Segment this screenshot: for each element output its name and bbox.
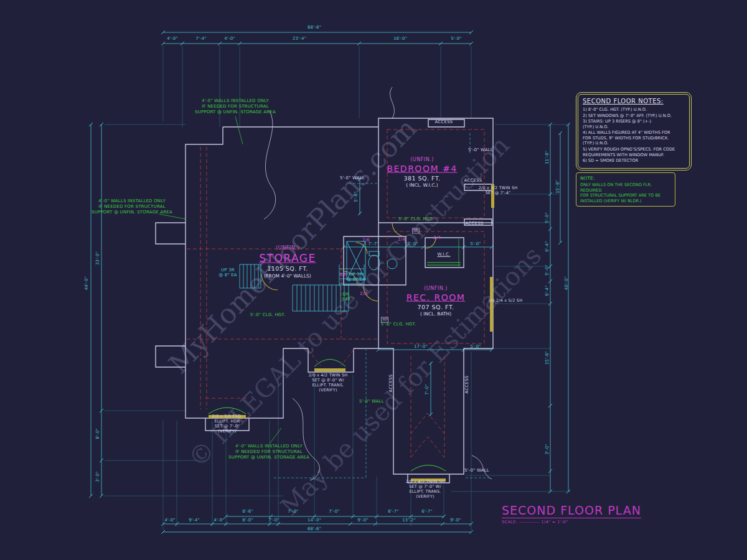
dimension-label: 44'-0" xyxy=(84,276,89,290)
smoke-detector-label: SD xyxy=(412,228,420,233)
title-block: SECOND FLOOR PLAN SCALE: ------------ 1/… xyxy=(502,503,641,525)
structural-wall-note: 4'-0" WALLS INSTALLED ONLY IF NEEDED FOR… xyxy=(195,98,276,115)
dimension-label: 6'-4" xyxy=(545,241,550,252)
dimension-label: 17'-0" xyxy=(414,344,428,349)
door-size-label: 2/6 xyxy=(362,238,370,243)
dimension-label: 6'-4" xyxy=(545,285,550,296)
second-floor-notes-box: SECOND FLOOR NOTES: 1) 8'-0" CLG. HGT. (… xyxy=(576,92,692,170)
ceiling-height-label: 5'-0" CLG. HGT. xyxy=(398,217,434,222)
dimension-label: 15'-8" xyxy=(555,180,560,194)
dimension-label: 5'-8" xyxy=(354,191,359,202)
stair-up-label: UP 3R @ 8" EA xyxy=(347,272,365,282)
access-label: ACCESS xyxy=(388,375,393,393)
dimension-label: 7'-0" xyxy=(268,518,280,523)
dimension-label: 14'-0" xyxy=(308,518,321,523)
window-spec-note: 2/0 x 5/2 TWIN SH SET @ 7'-4" xyxy=(479,185,518,195)
dimension-label: 8'-0" xyxy=(95,428,100,439)
access-label: ACCESS xyxy=(435,119,453,124)
room-name: REC. ROOM xyxy=(406,292,466,303)
room-label-storage: (UNFIN.) STORAGE 1105 SQ. FT. (FROM 4'-0… xyxy=(259,245,316,279)
door-size-label: 2/0 xyxy=(360,291,367,296)
dimension-label: 68'-6" xyxy=(308,25,321,30)
window-spec-note: 2/0 x 3/0 FXD. ELLIPT. HDR SET @ 7'-0" (… xyxy=(212,414,242,434)
note-body: ONLY WALLS ON THE SECOND FLR. REQUIRED F… xyxy=(580,182,671,203)
note-item: 3) STAIRS: UP 3 RISERS @ 8" (+-) (TYP.) … xyxy=(583,119,685,129)
structural-wall-note: 4'-0" WALLS INSTALLED ONLY IF NEEDED FOR… xyxy=(92,198,172,215)
window-spec-note: 2/0 x 4/2 TWIN SH SET @ 7'-0" W/ ELLIPT.… xyxy=(406,479,445,500)
wic-label: W.I.C. xyxy=(438,252,451,257)
ceiling-height-label: 5'-0" CLG. HGT. xyxy=(250,312,286,317)
room-area: 707 SQ. FT. xyxy=(406,303,466,310)
window-spec-note: 2/0 x 4/2 TWIN SH SET @ 8'-0" W/ ELLIPT.… xyxy=(309,373,348,393)
access-label: ACCESS xyxy=(464,178,482,183)
dimension-label: 3'-0" xyxy=(545,444,550,455)
room-subtext: (FROM 4'-0" WALLS) xyxy=(259,273,316,279)
structural-support-note-box: NOTE: ONLY WALLS ON THE SECOND FLR. REQU… xyxy=(576,172,675,207)
door-size-label: 2/4 xyxy=(433,235,441,240)
stair-up-label: UP 3R @ 8" EA xyxy=(218,268,237,278)
door-size-label: 2/4 xyxy=(398,237,405,242)
wall-height-label: 5'-0" WALL xyxy=(468,147,493,152)
dimension-label: 4'-0" xyxy=(167,36,178,41)
dimension-label: 33'-0" xyxy=(95,251,100,265)
dimension-label: 5'-0" xyxy=(451,36,462,41)
room-tag: (UNFIN.) xyxy=(259,245,316,251)
dimension-label: 4'-0" xyxy=(224,36,235,41)
room-area: 381 SQ. FT. xyxy=(387,174,457,182)
notes-title: SECOND FLOOR NOTES: xyxy=(583,98,685,105)
dimension-label: 9'-0" xyxy=(450,518,461,523)
structural-wall-note: 4'-0" WALLS INSTALLED ONLY IF NEEDED FOR… xyxy=(228,444,309,460)
access-label: ACCESS xyxy=(466,221,484,226)
dimension-label: 7'-0" xyxy=(425,384,430,395)
note-item: 1) 8'-0" CLG. HGT. (TYP.) U.N.O. xyxy=(583,107,685,113)
dimension-label: 4'-0" xyxy=(214,518,225,523)
dimension-label: 5'-0" xyxy=(470,344,481,349)
room-label-bedroom-4: (UNFIN.) BEDROOM #4 381 SQ. FT. ( INCL. … xyxy=(387,157,457,189)
dimension-label: 7'-0" xyxy=(329,509,340,514)
note-item: 2) SET WINDOWS @ 7'-0" AFF. (TYP.) U.N.O… xyxy=(583,113,685,119)
stair-down-label: DN 14R xyxy=(342,292,350,302)
dimension-label: 15'-8" xyxy=(545,351,550,365)
dimension-label: 6'-7" xyxy=(388,509,399,514)
dimension-label: 5'-0" xyxy=(545,264,550,276)
room-area: 1105 SQ. FT. xyxy=(259,265,316,273)
cad-floor-plan-screen: MyHomeFloorPlans.com © ILLEGAL to use fo… xyxy=(0,0,747,560)
note-title: NOTE: xyxy=(580,175,671,181)
door-size-label: 2/0 xyxy=(339,272,347,277)
dimension-label: 40'-0" xyxy=(564,276,569,290)
dimension-label: 3'-0" xyxy=(95,471,100,482)
dimension-label: 7'-7" xyxy=(368,241,379,246)
dimension-label: 9'-4" xyxy=(189,518,200,523)
note-item: 6) SD = SMOKE DETECTOR xyxy=(583,158,685,164)
dimension-label: 9'-0" xyxy=(357,518,369,523)
wall-height-label: 5'-0" WALL xyxy=(359,399,384,404)
dimension-label: 8'-0" xyxy=(242,518,253,523)
dimension-label: 68'-6" xyxy=(308,526,321,531)
dimension-label: 5'-0" xyxy=(470,241,481,246)
dimension-label: 7'-4" xyxy=(195,36,207,41)
dimension-label: 13'-2" xyxy=(402,518,416,523)
room-subtext: ( INCL. BATH) xyxy=(406,311,466,317)
wall-height-label: 5'-0" WALL xyxy=(340,175,365,180)
plan-scale: SCALE: ------------ 1/4" = 1'-0" xyxy=(502,520,641,525)
room-label-rec-room: (UNFIN.) REC. ROOM 707 SQ. FT. ( INCL. B… xyxy=(406,286,466,317)
room-subtext: ( INCL. W.I.C.) xyxy=(387,182,457,189)
dimension-label: 3'-0" xyxy=(407,241,418,246)
dimension-label: 11'-8" xyxy=(545,151,550,164)
plan-title: SECOND FLOOR PLAN xyxy=(502,503,641,518)
dimension-label: 23'-4" xyxy=(293,36,306,41)
dimension-label: 4'-0" xyxy=(164,518,176,523)
dimension-label: 8'-6" xyxy=(242,509,253,514)
dimension-label: 7'-0" xyxy=(288,509,299,514)
window-spec-note: (4) 2/4 x 5/2 SH xyxy=(489,298,522,303)
dimension-and-plan-labels: 68'-6"4'-0"7'-4"4'-0"23'-4"16'-0"5'-0"8'… xyxy=(0,0,747,560)
dimension-label: 16'-0" xyxy=(393,36,407,41)
second-floor-notes-inner: SECOND FLOOR NOTES: 1) 8'-0" CLG. HGT. (… xyxy=(578,94,690,169)
ceiling-height-label: 5'-0" CLG. HGT. xyxy=(381,322,416,327)
note-item: 5) VERIFY ROUGH OPNG'S/SPECS. FOR CODE R… xyxy=(583,147,685,157)
access-label: ACCESS xyxy=(464,376,469,394)
wall-height-label: 5'-0" WALL xyxy=(464,468,489,473)
room-name: BEDROOM #4 xyxy=(387,163,457,174)
dimension-label: 6'-7" xyxy=(421,509,433,514)
room-tag: (UNFIN.) xyxy=(406,286,466,292)
